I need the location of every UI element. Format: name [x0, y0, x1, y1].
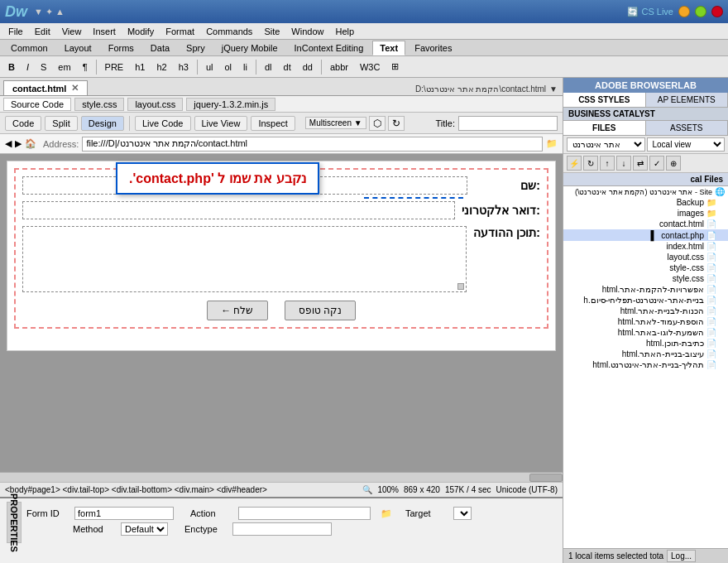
file-item-6[interactable]: 📄 כתיבת-תוכן.html: [563, 338, 728, 349]
tab-spry[interactable]: Spry: [179, 41, 213, 55]
action-input[interactable]: [238, 507, 371, 520]
close-btn[interactable]: [711, 6, 723, 17]
site-dropdown[interactable]: אתר אינטרנט: [567, 137, 645, 152]
source-tab-sourcecode[interactable]: Source Code: [3, 98, 71, 111]
para-button[interactable]: ¶: [78, 60, 93, 75]
inspect-btn[interactable]: Inspect: [251, 116, 295, 131]
live-view-btn[interactable]: Live View: [194, 116, 248, 131]
menu-site[interactable]: Site: [259, 25, 285, 38]
menu-view[interactable]: View: [57, 25, 87, 38]
file-item-5[interactable]: 📄 השמעת-לוגו-באתר.html: [563, 327, 728, 338]
checkout-btn[interactable]: ⊕: [666, 156, 681, 171]
design-btn[interactable]: Design: [81, 116, 124, 131]
download-btn[interactable]: ↓: [616, 156, 631, 171]
refresh-btn[interactable]: ↻: [388, 116, 405, 131]
abbr-button[interactable]: abbr: [325, 60, 353, 75]
resize-handle[interactable]: [457, 283, 464, 290]
h1-button[interactable]: h1: [130, 60, 150, 75]
contact-php-item[interactable]: 📄 contact.php ▌: [563, 229, 728, 241]
menu-edit[interactable]: Edit: [30, 25, 55, 38]
misc-button[interactable]: ⊞: [386, 59, 404, 75]
design-canvas[interactable]: נקבע את שמו ל 'contact.php'. :שם :ד: [0, 154, 563, 472]
refresh-files-btn[interactable]: ↻: [583, 156, 598, 171]
live-code-btn[interactable]: Live Code: [135, 116, 191, 131]
file-tab-contact[interactable]: contact.html ✕: [3, 80, 88, 95]
file-item-3[interactable]: 📄 הכנות-לבניית-אתר.html: [563, 306, 728, 316]
menu-insert[interactable]: Insert: [88, 25, 121, 38]
upload-btn[interactable]: ↑: [600, 156, 615, 171]
title-input[interactable]: [458, 116, 558, 131]
submit-button[interactable]: שלח ←: [207, 301, 267, 320]
w3c-button[interactable]: W3C: [355, 60, 385, 75]
close-tab-icon[interactable]: ✕: [71, 83, 79, 94]
dd-button[interactable]: dd: [298, 60, 318, 75]
view-dropdown[interactable]: Local view: [647, 137, 726, 152]
index-html-item[interactable]: 📄 index.html: [563, 241, 728, 252]
pre-button[interactable]: PRE: [100, 60, 129, 75]
tab-text[interactable]: Text: [372, 41, 405, 55]
menu-help[interactable]: Help: [330, 25, 359, 38]
menu-window[interactable]: Window: [286, 25, 328, 38]
site-root-item[interactable]: 🌐 Site - אתר אינטרנט (הקמת אתר אינטרנט\): [563, 186, 728, 197]
reset-button[interactable]: נקה טופס: [285, 301, 356, 320]
em-button[interactable]: em: [53, 60, 75, 75]
menu-commands[interactable]: Commands: [201, 25, 257, 38]
bottom-scrollbar[interactable]: [0, 472, 563, 482]
dt-button[interactable]: dt: [279, 60, 296, 75]
li-button[interactable]: li: [238, 60, 252, 75]
source-tab-layoutcss[interactable]: layout.css: [127, 98, 183, 111]
style-css-item[interactable]: 📄 style.css: [563, 273, 728, 284]
images-folder[interactable]: 📁 images: [563, 208, 728, 219]
h2-button[interactable]: h2: [151, 60, 171, 75]
ap-elements-tab[interactable]: AP ELEMENTS: [646, 93, 729, 107]
tab-forms[interactable]: Forms: [101, 41, 141, 55]
files-tab[interactable]: FILES: [563, 121, 646, 135]
tab-common[interactable]: Common: [3, 41, 55, 55]
folder-icon[interactable]: 📁: [381, 508, 392, 519]
file-item-1[interactable]: 📄 אפשרויות-להקמת-אתר.html: [563, 284, 728, 295]
file-item-7[interactable]: 📄 עיצוב-בניית-האתר.html: [563, 349, 728, 359]
checkin-btn[interactable]: ✓: [649, 156, 664, 171]
connect-btn[interactable]: ⚡: [567, 156, 582, 171]
multiscreen-btn[interactable]: Multiscreen ▼: [305, 117, 366, 129]
sync-btn[interactable]: ⇄: [633, 156, 648, 171]
dl-button[interactable]: dl: [260, 60, 277, 75]
message-textarea[interactable]: [22, 226, 467, 292]
method-select[interactable]: Default: [121, 522, 168, 536]
s-button[interactable]: S: [36, 60, 51, 75]
home-btn[interactable]: 🏠: [25, 138, 36, 149]
maximize-btn[interactable]: [695, 6, 706, 17]
browse-btn[interactable]: 📁: [546, 138, 558, 149]
source-tab-stylecss[interactable]: style.css: [74, 98, 124, 111]
layout-css-item[interactable]: 📄 layout.css: [563, 252, 728, 262]
file-item-2[interactable]: 📄 בניית-אתר-אינטרנט-תפליחי-סיום.h: [563, 295, 728, 306]
tab-favorites[interactable]: Favorites: [407, 41, 459, 55]
address-input[interactable]: [82, 137, 543, 152]
filter-icon[interactable]: ▼: [549, 84, 558, 94]
scrollbar-thumb[interactable]: [529, 474, 563, 482]
tab-incontext[interactable]: InContext Editing: [287, 41, 371, 55]
back-btn[interactable]: ◀: [5, 138, 12, 149]
forward-btn[interactable]: ▶: [15, 138, 22, 149]
source-tab-jquery[interactable]: jquery-1.3.2.min.js: [186, 98, 275, 111]
bold-button[interactable]: B: [3, 60, 20, 75]
tab-data[interactable]: Data: [143, 41, 177, 55]
file-tree[interactable]: 🌐 Site - אתר אינטרנט (הקמת אתר אינטרנט\)…: [563, 186, 728, 548]
backup-folder[interactable]: 📁 Backup: [563, 197, 728, 208]
code-btn[interactable]: Code: [5, 116, 41, 131]
split-btn[interactable]: Split: [45, 116, 77, 131]
file-item-4[interactable]: 📄 הוספת-עמוד-לאתר.html: [563, 316, 728, 327]
italic-button[interactable]: I: [22, 60, 34, 75]
formid-input[interactable]: [74, 507, 174, 520]
target-select[interactable]: [453, 507, 472, 520]
menu-modify[interactable]: Modify: [122, 25, 159, 38]
ol-button[interactable]: ol: [220, 60, 237, 75]
css-styles-tab[interactable]: CSS STYLES: [563, 93, 646, 107]
contact-html-item[interactable]: 📄 contact.html: [563, 219, 728, 229]
tab-jquery[interactable]: jQuery Mobile: [214, 41, 285, 55]
h3-button[interactable]: h3: [174, 60, 194, 75]
menu-format[interactable]: Format: [160, 25, 199, 38]
menu-file[interactable]: File: [3, 25, 28, 38]
log-button[interactable]: Log...: [667, 550, 696, 562]
ul-button[interactable]: ul: [201, 60, 218, 75]
